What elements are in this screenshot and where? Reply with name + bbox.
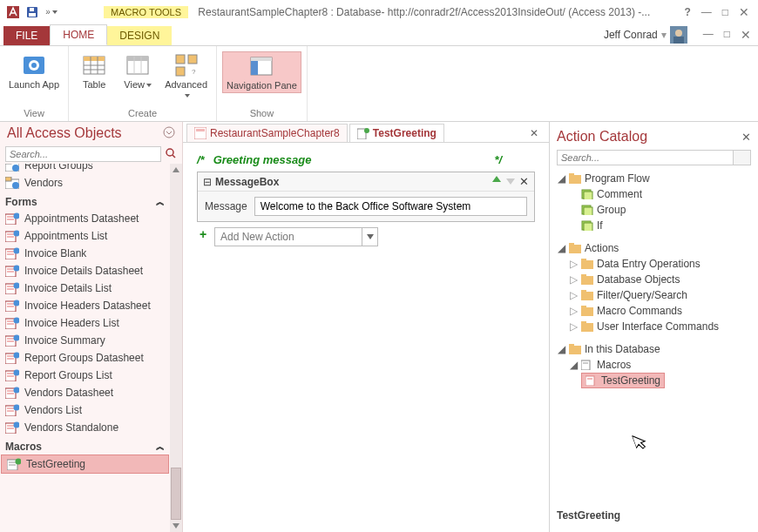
scroll-thumb[interactable] bbox=[171, 468, 181, 520]
doc-tab-macro[interactable]: TestGreeting bbox=[349, 124, 444, 142]
doc-tab-close-button[interactable]: ✕ bbox=[523, 127, 545, 139]
tree-node-actions[interactable]: ◢Actions bbox=[557, 240, 751, 256]
tab-file[interactable]: FILE bbox=[3, 26, 50, 45]
database-icon bbox=[194, 127, 206, 139]
delete-block-icon[interactable]: ✕ bbox=[519, 175, 529, 188]
svg-rect-74 bbox=[7, 375, 14, 377]
collapse-icon[interactable]: ︽ bbox=[156, 441, 165, 453]
catalog-search-button[interactable] bbox=[734, 150, 751, 165]
add-icon[interactable]: + bbox=[197, 227, 209, 241]
restore-button[interactable]: □ bbox=[722, 6, 728, 18]
svg-rect-2 bbox=[29, 13, 36, 17]
nav-item-form[interactable]: Invoice Summary bbox=[0, 332, 170, 349]
catalog-search-input[interactable] bbox=[557, 150, 734, 165]
launch-app-button[interactable]: Launch App bbox=[5, 51, 63, 91]
tree-node-action-category[interactable]: ▷Macro Commands bbox=[557, 303, 751, 319]
doc-restore-button[interactable]: □ bbox=[724, 28, 730, 42]
tree-node-in-db[interactable]: ◢In this Database bbox=[557, 341, 751, 357]
nav-section-macros[interactable]: Macros︽ bbox=[0, 436, 170, 455]
action-catalog-title: Action Catalog bbox=[557, 129, 647, 145]
save-button[interactable] bbox=[23, 3, 42, 22]
tree-node-flow-item[interactable]: If bbox=[557, 218, 751, 233]
tree-node-testgreeting[interactable]: TestGreeting bbox=[581, 373, 665, 388]
nav-item-form[interactable]: Appointments List bbox=[0, 227, 170, 245]
collapse-toggle-icon[interactable]: ⊟ bbox=[203, 176, 212, 188]
svg-rect-54 bbox=[7, 288, 14, 290]
svg-rect-6 bbox=[673, 37, 684, 44]
table-button[interactable]: Table bbox=[74, 51, 114, 91]
nav-item-form[interactable]: Appointments Datasheet bbox=[0, 210, 170, 227]
nav-item-form[interactable]: Report Groups Datasheet bbox=[0, 349, 170, 367]
scroll-down-button[interactable] bbox=[170, 520, 182, 532]
svg-rect-34 bbox=[5, 177, 11, 181]
nav-item-form[interactable]: Invoice Details Datasheet bbox=[0, 262, 170, 279]
nav-item-table[interactable]: Vendors bbox=[0, 174, 170, 192]
nav-item-macro-selected[interactable]: TestGreeting bbox=[1, 455, 169, 474]
close-button[interactable]: ✕ bbox=[739, 5, 749, 19]
nav-search-input[interactable] bbox=[5, 146, 161, 162]
minimize-button[interactable]: — bbox=[701, 6, 712, 18]
access-app-icon[interactable] bbox=[3, 3, 23, 22]
nav-item-table[interactable]: Report Groups bbox=[0, 164, 170, 174]
nav-pane-title[interactable]: All Access Objects bbox=[7, 125, 122, 141]
nav-pane-dropdown-icon[interactable] bbox=[163, 126, 175, 141]
qat-more-button[interactable]: » bbox=[42, 3, 61, 22]
nav-item-form[interactable]: Vendors Datasheet bbox=[0, 384, 170, 401]
nav-item-form[interactable]: Report Groups List bbox=[0, 367, 170, 384]
close-pane-button[interactable]: ✕ bbox=[741, 131, 751, 144]
move-down-icon bbox=[505, 175, 516, 188]
doc-minimize-button[interactable]: — bbox=[703, 28, 714, 42]
macro-block-messagebox[interactable]: ⊟ MessageBox ✕ Message bbox=[197, 172, 535, 222]
nav-item-form[interactable]: Invoice Blank bbox=[0, 245, 170, 262]
tree-node-flow-item[interactable]: Comment bbox=[557, 186, 751, 202]
document-area: RestaurantSampleChapter8 TestGreeting ✕ … bbox=[183, 122, 549, 532]
advanced-button[interactable]: ? Advanced bbox=[161, 51, 211, 102]
tree-node-flow-item[interactable]: Group bbox=[557, 202, 751, 218]
svg-rect-37 bbox=[7, 216, 14, 218]
tree-node-macros[interactable]: ◢Macros bbox=[557, 357, 751, 373]
help-button[interactable]: ? bbox=[684, 6, 690, 18]
svg-rect-117 bbox=[569, 344, 574, 347]
svg-rect-90 bbox=[9, 464, 16, 466]
add-action-combo[interactable]: Add New Action bbox=[214, 227, 362, 246]
tree-node-program-flow[interactable]: ◢Program Flow bbox=[557, 171, 751, 186]
tab-design[interactable]: DESIGN bbox=[107, 26, 172, 45]
doc-close-button[interactable]: ✕ bbox=[741, 28, 751, 42]
add-action-dropdown-button[interactable] bbox=[362, 227, 378, 246]
tree-node-action-category[interactable]: ▷Database Objects bbox=[557, 272, 751, 287]
macro-editor: /* Greeting message */ ⊟ MessageBox ✕ Me… bbox=[183, 143, 549, 532]
tree-node-action-category[interactable]: ▷Filter/Query/Search bbox=[557, 287, 751, 303]
tab-home[interactable]: HOME bbox=[50, 24, 107, 45]
catalog-tree: ◢Program Flow CommentGroupIf ◢Actions ▷D… bbox=[557, 171, 751, 492]
user-info[interactable]: Jeff Conrad ▾ bbox=[604, 26, 687, 44]
tree-node-action-category[interactable]: ▷User Interface Commands bbox=[557, 319, 751, 334]
scroll-up-button[interactable] bbox=[170, 164, 182, 176]
nav-item-form[interactable]: Invoice Details List bbox=[0, 279, 170, 297]
nav-item-form[interactable]: Vendors List bbox=[0, 401, 170, 419]
quick-access-toolbar: » bbox=[3, 3, 61, 22]
svg-rect-105 bbox=[569, 243, 574, 246]
nav-item-form[interactable]: Invoice Headers Datasheet bbox=[0, 297, 170, 314]
svg-point-32 bbox=[12, 165, 19, 172]
doc-tab-database[interactable]: RestaurantSampleChapter8 bbox=[186, 124, 348, 142]
nav-item-form[interactable]: Invoice Headers List bbox=[0, 314, 170, 332]
message-input[interactable] bbox=[254, 197, 527, 216]
user-avatar bbox=[670, 26, 687, 44]
macro-comment[interactable]: /* Greeting message */ bbox=[197, 152, 535, 168]
svg-rect-22 bbox=[176, 67, 185, 76]
nav-section-forms[interactable]: Forms︽ bbox=[0, 192, 170, 210]
tree-node-action-category[interactable]: ▷Data Entry Operations bbox=[557, 256, 751, 272]
navigation-pane-toggle[interactable]: Navigation Pane bbox=[222, 51, 301, 93]
svg-rect-115 bbox=[581, 321, 586, 325]
svg-rect-50 bbox=[7, 271, 14, 273]
svg-rect-42 bbox=[7, 236, 14, 238]
nav-item-form[interactable]: Vendors Standalone bbox=[0, 419, 170, 436]
create-view-button[interactable]: View bbox=[118, 51, 158, 91]
move-up-icon[interactable] bbox=[491, 175, 502, 188]
svg-rect-93 bbox=[196, 129, 205, 131]
svg-rect-49 bbox=[7, 268, 14, 270]
nav-scrollbar[interactable] bbox=[170, 164, 182, 532]
collapse-icon[interactable]: ︽ bbox=[156, 196, 165, 208]
search-icon[interactable] bbox=[165, 147, 177, 162]
svg-rect-38 bbox=[7, 219, 14, 220]
